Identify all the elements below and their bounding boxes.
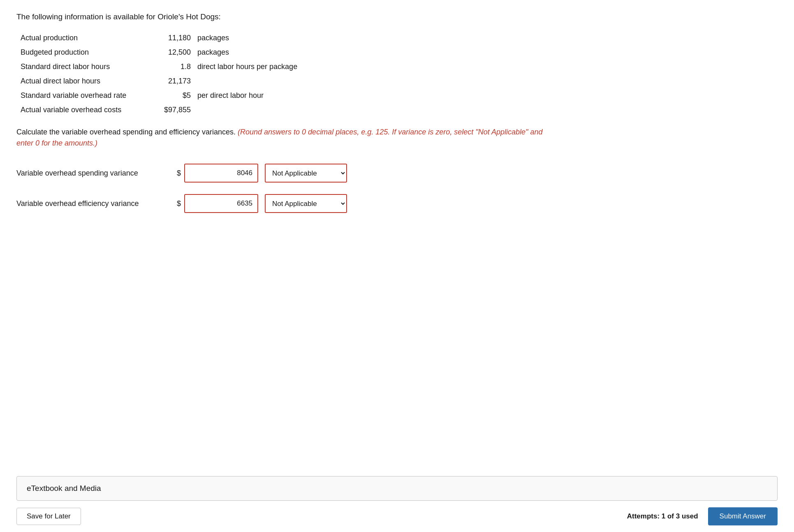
footer-bar: Save for Later Attempts: 1 of 3 used Sub… (0, 501, 794, 532)
efficiency-variance-select[interactable]: Not Applicable Favorable Unfavorable (265, 194, 347, 213)
unit-actual-production: packages (197, 34, 229, 42)
save-later-button[interactable]: Save for Later (16, 508, 81, 525)
spending-variance-label: Variable overhead spending variance (16, 169, 177, 178)
value-budgeted-production: 12,500 (160, 48, 197, 57)
info-row-std-dlh: Standard direct labor hours 1.8 direct l… (21, 62, 559, 71)
efficiency-variance-label: Variable overhead efficiency variance (16, 199, 177, 208)
value-actual-dlh: 21,173 (160, 77, 197, 86)
spending-variance-select[interactable]: Not Applicable Favorable Unfavorable (265, 164, 347, 183)
value-actual-production: 11,180 (160, 34, 197, 42)
label-std-dlh: Standard direct labor hours (21, 62, 160, 71)
efficiency-variance-input[interactable] (184, 194, 258, 213)
footer-right: Attempts: 1 of 3 used Submit Answer (627, 507, 778, 525)
variance-section: Variable overhead spending variance $ No… (16, 164, 559, 213)
info-row-std-var-rate: Standard variable overhead rate $5 per d… (21, 91, 559, 100)
spending-dollar-sign: $ (177, 169, 181, 178)
value-std-dlh: 1.8 (160, 62, 197, 71)
instructions-plain: Calculate the variable overhead spending… (16, 128, 238, 136)
spending-variance-row: Variable overhead spending variance $ No… (16, 164, 559, 183)
main-content: The following information is available f… (0, 0, 576, 476)
spending-variance-input[interactable] (184, 164, 258, 183)
value-actual-var-costs: $97,855 (160, 106, 197, 114)
info-row-actual-production: Actual production 11,180 packages (21, 34, 559, 42)
label-actual-var-costs: Actual variable overhead costs (21, 106, 160, 114)
etextbook-section: eTextbook and Media (16, 476, 778, 501)
label-budgeted-production: Budgeted production (21, 48, 160, 57)
unit-std-dlh: direct labor hours per package (197, 62, 297, 71)
unit-std-var-rate: per direct labor hour (197, 91, 264, 100)
info-table: Actual production 11,180 packages Budget… (21, 34, 559, 114)
info-row-budgeted-production: Budgeted production 12,500 packages (21, 48, 559, 57)
info-row-actual-var-costs: Actual variable overhead costs $97,855 (21, 106, 559, 114)
efficiency-dollar-sign: $ (177, 199, 181, 208)
label-std-var-rate: Standard variable overhead rate (21, 91, 160, 100)
submit-button[interactable]: Submit Answer (708, 507, 778, 525)
label-actual-dlh: Actual direct labor hours (21, 77, 160, 86)
value-std-var-rate: $5 (160, 91, 197, 100)
intro-text: The following information is available f… (16, 12, 559, 21)
etextbook-label: eTextbook and Media (27, 484, 101, 493)
efficiency-variance-row: Variable overhead efficiency variance $ … (16, 194, 559, 213)
instructions: Calculate the variable overhead spending… (16, 127, 551, 149)
info-row-actual-dlh: Actual direct labor hours 21,173 (21, 77, 559, 86)
label-actual-production: Actual production (21, 34, 160, 42)
attempts-text: Attempts: 1 of 3 used (627, 512, 698, 520)
unit-budgeted-production: packages (197, 48, 229, 57)
